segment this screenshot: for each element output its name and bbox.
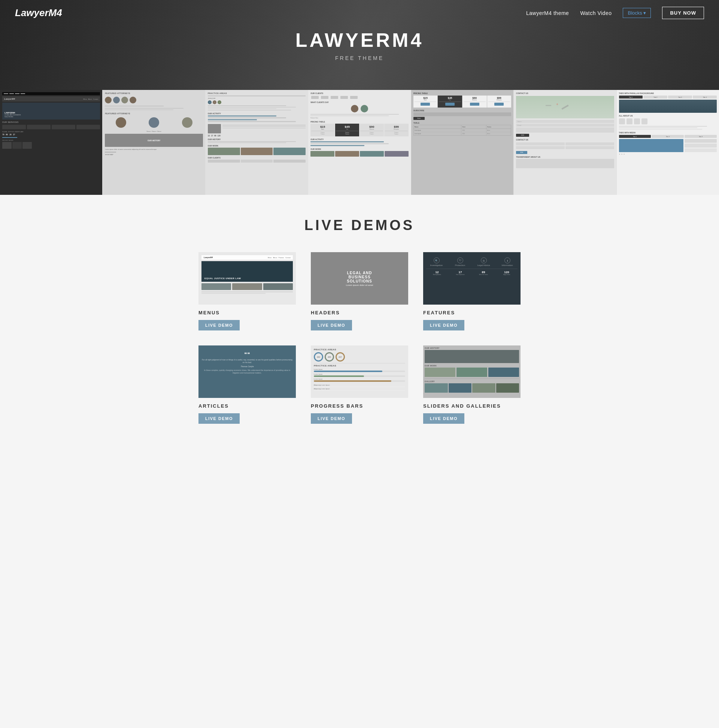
demo-nav-link: Practice <box>279 257 284 258</box>
demo-label-sliders: SLIDERS AND GALLERIES <box>423 403 521 409</box>
tab-item[interactable]: Tab 3 <box>668 96 692 99</box>
demo-feat-icons: 🔍 Investigation 🛡 Protection <box>426 257 517 266</box>
tab-bar-2: Tab 1 Tab 2 Tab 3 <box>619 135 717 138</box>
about-icon <box>634 118 640 124</box>
prog-label: Lorem Ipsum <box>314 368 405 370</box>
feat-num-label: Happy Clients <box>496 274 517 275</box>
prog-item: Adipiscing Lorem Ipsum <box>314 383 405 387</box>
demo-feat-icon: 🛡 Protection <box>450 257 470 266</box>
demo-btn-articles[interactable]: LIVE DEMO <box>198 413 240 424</box>
strip-sim-6: CONTACT US 📍 Name Email SEND CONTACT US <box>514 90 616 171</box>
tab-item[interactable]: Tab 4 <box>693 96 717 99</box>
attorney-row <box>105 97 203 103</box>
tab-item[interactable]: Tab 1 <box>619 96 643 99</box>
site-logo[interactable]: LawyerM4 <box>15 7 62 19</box>
prog-label: Lorem Ipsum <box>314 373 405 375</box>
demo-btn-features[interactable]: LIVE DEMO <box>423 320 464 330</box>
slider-work-img <box>456 367 487 377</box>
demo-feat-icon: ℹ Information <box>497 257 517 266</box>
tab-item-2[interactable]: Tab 1 <box>619 135 651 138</box>
strip-sim-7: TABS WITH PARALLAX BACKGROUND Tab 1 Tab … <box>617 90 719 159</box>
client-logo <box>340 96 348 99</box>
feat-num: 89 Win in the Courts <box>473 271 494 275</box>
tab-item[interactable]: Tab 2 <box>643 96 667 99</box>
strip-item-7: TABS WITH PARALLAX BACKGROUND Tab 1 Tab … <box>617 90 719 195</box>
demo-hero: EQUAL JUSTICE UNDER LAW <box>202 261 293 282</box>
price-col: $99 Enterprise Feature Feature <box>384 124 409 136</box>
hero-subtitle: FREE THEME <box>295 55 424 61</box>
price-col-active: $45 Pro Feature Feature <box>335 124 359 136</box>
blocks-button[interactable]: Blocks ▾ <box>623 8 651 18</box>
attorney-photo <box>130 97 136 103</box>
feat-num: 17 Years Experience <box>449 271 471 275</box>
practice-dot <box>218 100 221 104</box>
prog-section: Lorem Ipsum <box>314 378 405 382</box>
strip-item-1: LawyerM4 Menu About Contact LAWYERM4 LEG… <box>0 90 102 195</box>
practice-dot <box>208 100 212 104</box>
strip-item-3: PRACTICE AREAS JOHN DOE OUR ACTIVITY <box>206 90 308 195</box>
featured-attorney <box>182 117 192 128</box>
prog-title: PRACTICE AREAS <box>314 349 405 351</box>
live-demos-section: LIVE DEMOS LawyerM4 Menu About Practice … <box>0 195 719 446</box>
demo-btn-progress[interactable]: LIVE DEMO <box>311 413 352 424</box>
demo-card-headers: LEGAL ANDBUSINESSSOLUTIONS Lorem ipsum d… <box>311 252 408 330</box>
demo-card-features: 🔍 Investigation 🛡 Protection <box>423 252 521 330</box>
strip-sim-3: PRACTICE AREAS JOHN DOE OUR ACTIVITY <box>206 90 308 165</box>
demo-label-articles: ARTICLES <box>198 403 296 409</box>
strip-sim-1: LawyerM4 Menu About Contact LAWYERM4 LEG… <box>0 90 102 152</box>
client-logo <box>350 96 358 99</box>
feat-num-label: Winning Awards <box>426 274 448 275</box>
about-icon <box>626 118 632 124</box>
feat-num-value: 17 <box>449 271 471 274</box>
demo-btn-headers[interactable]: LIVE DEMO <box>311 320 352 330</box>
feat-icon-label: Information <box>497 264 517 266</box>
prog-section: Lorem Ipsum <box>314 373 405 377</box>
feat-icon-circle: ℹ <box>504 257 510 263</box>
about-icon <box>641 118 647 124</box>
hero-content: LAWYERM4 FREE THEME <box>295 29 424 61</box>
featured-attorney <box>116 117 126 128</box>
section-title: LIVE DEMOS <box>15 217 704 233</box>
tab-item-2[interactable]: Tab 3 <box>685 135 717 138</box>
demo-nav-link: Contact <box>285 257 291 258</box>
featured-attorney <box>149 117 159 128</box>
attorney-photo <box>105 97 111 103</box>
buy-now-button[interactable]: BUY NOW <box>662 7 704 19</box>
strip-nav-1 <box>2 92 100 95</box>
demo-thumb-menus: LawyerM4 Menu About Practice Contact EQU… <box>198 252 296 304</box>
article-quote-icon: ❝❝ <box>202 351 293 357</box>
feat-num-label: Years Experience <box>449 274 471 275</box>
prog-circle: 260 <box>314 352 323 362</box>
demo-btn-sliders[interactable]: LIVE DEMO <box>423 413 464 424</box>
client-logo <box>321 96 328 99</box>
tab-bar: Tab 1 Tab 2 Tab 3 Tab 4 <box>619 96 717 99</box>
demo-hero-content: EQUAL JUSTICE UNDER LAW <box>205 277 241 280</box>
demo-label-headers: HEADERS <box>311 310 408 315</box>
client-logo <box>311 96 319 99</box>
strip-item-2: FEATURED ATTORNEYS FEATURED ATTORNEYS Na… <box>102 90 205 195</box>
feat-num-value: 120 <box>496 271 517 274</box>
prog-bar-fill <box>314 370 382 372</box>
slider-work-row <box>425 367 519 377</box>
tab-item-2[interactable]: Tab 2 <box>652 135 684 138</box>
demos-grid: LawyerM4 Menu About Practice Contact EQU… <box>198 252 521 424</box>
demo-header-title: LEGAL ANDBUSINESSSOLUTIONS <box>346 271 373 283</box>
feat-icon-label: Investigation <box>426 264 447 266</box>
strip-item-5: PRICING TABLE $15 Basic $45 Pro $90 Busi… <box>411 90 514 195</box>
strip-nav-dot <box>21 93 25 94</box>
demo-btn-menus[interactable]: LIVE DEMO <box>198 320 240 330</box>
attorney-photo <box>113 97 120 103</box>
prog-bar-bg <box>314 375 405 377</box>
feat-icon-label: Protection <box>450 264 470 266</box>
feat-icon-info: ℹ <box>507 259 508 262</box>
article-footer: In these complex, quickly changing econo… <box>198 367 296 375</box>
watch-video-link[interactable]: Watch Video <box>580 10 612 16</box>
client-photo <box>351 105 359 112</box>
slider-history-title: OUR HISTORY <box>425 347 519 349</box>
demo-header-center: LEGAL ANDBUSINESSSOLUTIONS Lorem ipsum d… <box>346 271 373 286</box>
demo-thumb-headers: LEGAL ANDBUSINESSSOLUTIONS Lorem ipsum d… <box>311 252 408 304</box>
prog-bar-bg <box>314 370 405 372</box>
demo-label-menus: MENUS <box>198 310 296 315</box>
feat-icon-label: Legal Advice <box>473 264 494 266</box>
theme-link[interactable]: LawyerM4 theme <box>526 10 569 16</box>
